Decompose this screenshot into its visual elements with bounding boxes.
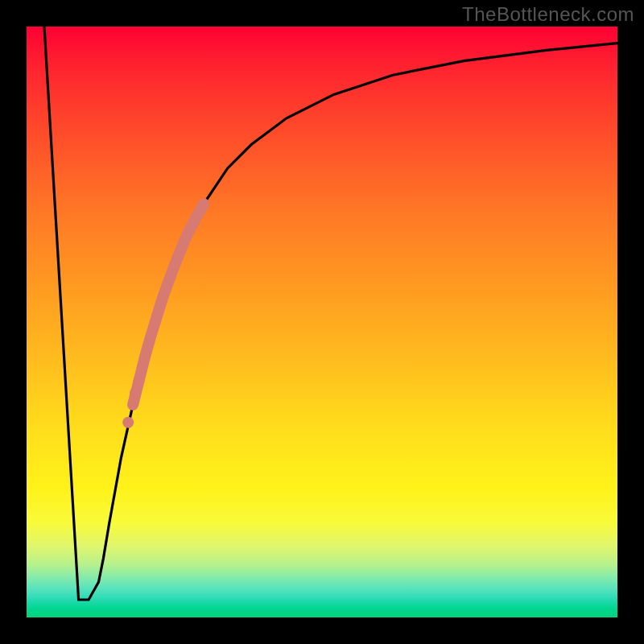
- highlight-dot: [122, 417, 134, 428]
- bottleneck-curve: [44, 27, 617, 600]
- watermark-text: TheBottleneck.com: [462, 3, 634, 26]
- highlight-dot: [130, 387, 141, 398]
- highlight-dot: [134, 375, 145, 386]
- chart-svg: [27, 27, 617, 617]
- highlight-band: [133, 204, 204, 405]
- plot-area: [27, 27, 617, 617]
- chart-frame: TheBottleneck.com: [0, 0, 644, 644]
